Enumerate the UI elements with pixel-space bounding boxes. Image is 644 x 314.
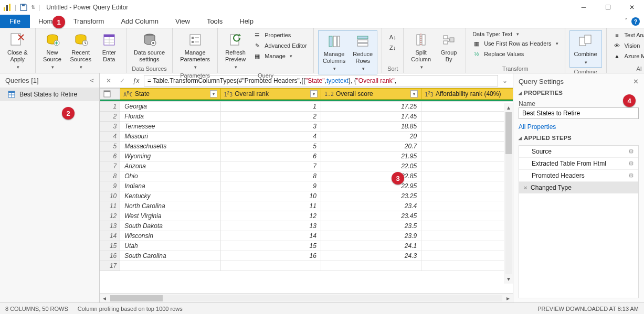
fx-icon[interactable]: ƒx: [130, 75, 142, 86]
data-type-button[interactable]: Data Type: Text: [470, 30, 560, 38]
close-button[interactable]: ✕: [620, 0, 644, 15]
step-gear-icon[interactable]: ⚙: [628, 160, 634, 167]
table-row[interactable]: 4Missouri4203: [100, 132, 513, 142]
table-row[interactable]: 9Indiana922.957: [100, 181, 513, 191]
formula-expand-icon[interactable]: ⌄: [500, 75, 510, 86]
cell-affordability[interactable]: 17: [421, 151, 513, 161]
cell-state[interactable]: Indiana: [120, 181, 220, 191]
cell-state[interactable]: Missouri: [120, 132, 220, 142]
table-row[interactable]: 14Wisconsin1423.930: [100, 231, 513, 241]
cell-score[interactable]: 20.7: [321, 142, 421, 151]
azure-ml-button[interactable]: ▲Azure Machine Learning: [611, 51, 644, 61]
data-source-settings-button[interactable]: Data source settings: [131, 30, 168, 63]
table-row[interactable]: 8Ohio822.8519: [100, 171, 513, 181]
cell-state[interactable]: Utah: [120, 241, 220, 251]
column-filter-icon[interactable]: ▾: [210, 90, 217, 98]
applied-steps-header[interactable]: APPLIED STEPS: [519, 135, 639, 141]
column-header-overall-rank[interactable]: 123Overall rank▾: [220, 89, 321, 100]
cell-state[interactable]: Wisconsin: [120, 231, 220, 241]
step-gear-icon[interactable]: ⚙: [628, 148, 634, 155]
cell-score[interactable]: 24.1: [321, 241, 421, 251]
horizontal-scrollbar[interactable]: ◂ ▸: [100, 293, 513, 302]
query-item[interactable]: Best States to Retire: [0, 88, 99, 101]
cell-rank[interactable]: 5: [220, 142, 321, 151]
cell-rank[interactable]: 3: [220, 122, 321, 132]
refresh-preview-button[interactable]: Refresh Preview: [222, 30, 249, 71]
table-row[interactable]: 5Massachusetts520.742: [100, 142, 513, 151]
cell-score[interactable]: 18.85: [321, 122, 421, 132]
save-icon[interactable]: [19, 3, 28, 12]
cell-state[interactable]: Massachusetts: [120, 142, 220, 151]
manage-button[interactable]: ▦Manage: [251, 51, 309, 61]
step-gear-icon[interactable]: ⚙: [628, 172, 634, 179]
applied-step[interactable]: Promoted Headers⚙: [519, 169, 638, 181]
cell-affordability[interactable]: 26: [421, 241, 513, 251]
cell-rank[interactable]: 2: [220, 112, 321, 122]
table-row[interactable]: 15Utah1524.126: [100, 241, 513, 251]
column-filter-icon[interactable]: ▾: [310, 90, 318, 98]
cell-score[interactable]: 21.95: [321, 151, 421, 161]
cell-state[interactable]: South Dakota: [120, 221, 220, 231]
column-filter-icon[interactable]: ▾: [410, 90, 418, 98]
cell-affordability[interactable]: 14: [421, 112, 513, 122]
recent-sources-button[interactable]: Recent Sources: [67, 30, 94, 71]
replace-values-button[interactable]: ½Replace Values: [470, 49, 560, 59]
table-row[interactable]: 2Florida217.4514: [100, 112, 513, 122]
cell-state[interactable]: Ohio: [120, 171, 220, 181]
manage-columns-button[interactable]: Manage Columns: [320, 32, 349, 73]
cell-affordability[interactable]: 42: [421, 142, 513, 151]
text-analytics-button[interactable]: ≡Text Analytics: [611, 30, 644, 40]
table-row[interactable]: 6Wyoming621.9517: [100, 151, 513, 161]
cell-state[interactable]: Georgia: [120, 102, 220, 112]
qat-expand-icon[interactable]: ⇅: [31, 4, 35, 10]
row-number-header[interactable]: [100, 89, 120, 100]
cell-score[interactable]: 22.05: [321, 161, 421, 171]
combine-button[interactable]: Combine: [571, 32, 600, 66]
cell-rank[interactable]: 14: [220, 231, 321, 241]
properties-header[interactable]: PROPERTIES: [519, 90, 639, 96]
cell-rank[interactable]: 11: [220, 201, 321, 211]
maximize-button[interactable]: ☐: [596, 0, 620, 15]
cell-rank[interactable]: 15: [220, 241, 321, 251]
menu-help[interactable]: Help: [231, 15, 262, 28]
cell-affordability[interactable]: 1: [421, 122, 513, 132]
cell-score[interactable]: [321, 261, 421, 271]
new-source-button[interactable]: New Source: [40, 30, 65, 71]
cell-affordability[interactable]: 9: [421, 251, 513, 261]
cell-score[interactable]: 22.85: [321, 171, 421, 181]
cell-state[interactable]: West Virginia: [120, 211, 220, 221]
cell-rank[interactable]: 9: [220, 181, 321, 191]
cell-score[interactable]: 17.25: [321, 102, 421, 112]
sort-asc-button[interactable]: A↓: [386, 33, 399, 42]
cell-state[interactable]: Florida: [120, 112, 220, 122]
cell-affordability[interactable]: 21: [421, 211, 513, 221]
cell-rank[interactable]: 8: [220, 171, 321, 181]
split-column-button[interactable]: Split Column: [408, 30, 434, 71]
column-header-affordability[interactable]: 123Affordability rank (40%)▾: [421, 89, 513, 100]
group-by-button[interactable]: Group By: [436, 30, 461, 63]
cell-rank[interactable]: 1: [220, 102, 321, 112]
applied-step[interactable]: Source⚙: [519, 145, 638, 157]
cell-state[interactable]: [120, 261, 220, 271]
cell-state[interactable]: South Carolina: [120, 251, 220, 261]
ribbon-collapse-icon[interactable]: ˆ: [625, 18, 627, 25]
cell-rank[interactable]: 10: [220, 191, 321, 201]
cell-score[interactable]: 23.5: [321, 221, 421, 231]
cell-affordability[interactable]: 11: [421, 201, 513, 211]
cell-state[interactable]: Arizona: [120, 161, 220, 171]
table-row[interactable]: 1Georgia117.253: [100, 102, 513, 112]
menu-tools[interactable]: Tools: [198, 15, 231, 28]
column-header-state[interactable]: ABCState▾: [120, 89, 220, 100]
cell-score[interactable]: 17.45: [321, 112, 421, 122]
query-name-input[interactable]: [519, 107, 639, 119]
cell-score[interactable]: 23.45: [321, 211, 421, 221]
applied-step[interactable]: ✕Changed Type: [519, 181, 638, 193]
cell-state[interactable]: Wyoming: [120, 151, 220, 161]
applied-step[interactable]: Extracted Table From Html⚙: [519, 157, 638, 169]
enter-data-button[interactable]: Enter Data: [97, 30, 122, 63]
cell-rank[interactable]: 12: [220, 211, 321, 221]
cell-state[interactable]: North Carolina: [120, 201, 220, 211]
menu-transform[interactable]: Transform: [65, 15, 113, 28]
cell-score[interactable]: 23.25: [321, 191, 421, 201]
table-row[interactable]: 11North Carolina1123.411: [100, 201, 513, 211]
